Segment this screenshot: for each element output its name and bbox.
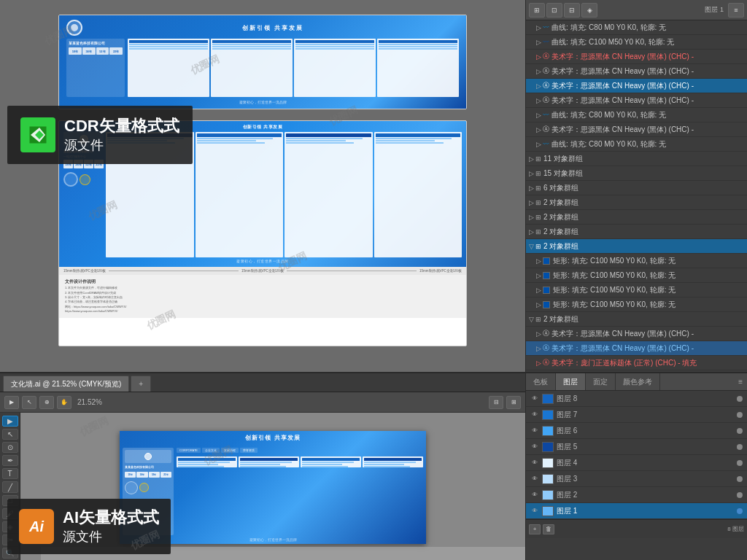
visibility-eye[interactable]: 👁	[530, 394, 539, 403]
layers-count: 8 图层	[727, 525, 744, 533]
ai-canvas: 文化墙.ai @ 21.52% (CMYK/预览) + ▶ ↖ ⊕ ✋ 21.5…	[0, 373, 525, 560]
layer-item[interactable]: ▷ 〰 曲线: 填充: C100 M50 Y0 K0, 轮廓: 无	[526, 35, 747, 50]
expand-icon: ▷	[536, 257, 541, 265]
layer-item[interactable]: ▷ Ⓐ 美术字：庞门正道标题体 (正常) (CHC) - 填充	[526, 356, 747, 370]
layer-indicator	[737, 428, 743, 434]
ai-tab-2[interactable]: +	[131, 376, 151, 392]
layer-item[interactable]: ▷ Ⓐ 美术字：思源黑体 CN Heavy (黑体) (CHC) -	[526, 50, 747, 64]
layer-item[interactable]: ▷ 矩形: 填充: C100 M50 Y0 K0, 轮廓: 无	[526, 254, 747, 268]
ai-tabbar: 文化墙.ai @ 21.52% (CMYK/预览) +	[0, 373, 525, 392]
ai-line-tool[interactable]: ╱	[2, 481, 18, 492]
layer-item[interactable]: ▷ 矩形: 填充: C100 M50 Y0 K0, 轮廓: 无	[526, 268, 747, 283]
layers-tool-4[interactable]: ◈	[581, 3, 597, 18]
expand-icon: ▷	[536, 272, 541, 279]
cdr-label: CDR矢量格式式 源文件	[64, 116, 179, 154]
ai-layers-list[interactable]: 👁 图层 8 👁 图层 7 👁 图层 6 👁	[526, 391, 747, 560]
expand-icon: ▷	[529, 214, 534, 221]
ai-tool-zoom[interactable]: ⊕	[39, 396, 54, 409]
layer-indicator	[737, 396, 743, 402]
ai-view-btn[interactable]: ⊟	[489, 396, 503, 409]
layer-indicator	[737, 508, 743, 514]
layer-item[interactable]: ▷ 〰 曲线: 填充: C39 M39 Y39 K39, 轮廓: 无	[526, 370, 747, 372]
layer-thumbnail	[542, 426, 554, 436]
design-preview-top: 创新引领 共享发展 某某蓝色科技有限公司 18年 34年 52年 22年	[58, 15, 467, 109]
expand-icon: ▷	[529, 228, 534, 236]
layer-item-selected[interactable]: ▷ Ⓐ 美术字：思源黑体 CN Heavy (黑体) (CHC) -	[526, 79, 747, 93]
ai-tab-color-guide[interactable]: 颜色参考	[616, 373, 660, 390]
layer-group-item[interactable]: ▽ ⊞ 2 对象群组	[526, 312, 747, 327]
expand-icon: ▷	[529, 155, 534, 163]
layer-item[interactable]: ▷ Ⓐ 美术字：思源黑体 CN Heavy (黑体) (CHC) -	[526, 327, 747, 341]
ai-layer-row[interactable]: 👁 图层 6	[526, 423, 747, 439]
color-swatch	[543, 272, 550, 279]
ai-tool-select[interactable]: ▶	[4, 396, 19, 409]
ai-tab-swatches[interactable]: 色板	[526, 373, 556, 390]
layer-group-item[interactable]: ▷ ⊞ 6 对象群组	[526, 181, 747, 195]
layers-tool-3[interactable]: ⊟	[564, 3, 580, 18]
layer-item[interactable]: ▷ Ⓐ 美术字：思源黑体 CN Heavy (黑体) (CHC) -	[526, 122, 747, 137]
visibility-eye[interactable]: 👁	[530, 427, 539, 435]
ai-layer-row[interactable]: 👁 图层 8	[526, 391, 747, 407]
layer-item[interactable]: ▷ 〰 曲线: 填充: C80 M0 Y0 K0, 轮廓: 无	[526, 20, 747, 35]
layer-thumbnail	[542, 490, 554, 500]
layer-item[interactable]: ▷ 〰 曲线: 填充: C80 M0 Y0 K0, 轮廓: 无	[526, 137, 747, 152]
group-icon: ⊞	[535, 199, 541, 206]
ai-text-tool[interactable]: T	[2, 468, 18, 479]
ai-arrange-btn[interactable]: ⊞	[506, 396, 521, 409]
visibility-eye[interactable]: 👁	[530, 443, 539, 451]
ai-layer-row[interactable]: 👁 图层 7	[526, 407, 747, 423]
panel-menu[interactable]: ≡	[728, 3, 744, 18]
visibility-eye[interactable]: 👁	[530, 411, 539, 419]
layers-tool-1[interactable]: ⊞	[529, 3, 545, 18]
ai-lasso-tool[interactable]: ⊙	[2, 442, 18, 453]
visibility-eye[interactable]: 👁	[530, 491, 539, 499]
ai-direct-select-tool[interactable]: ↖	[2, 429, 18, 440]
ai-section: 文化墙.ai @ 21.52% (CMYK/预览) + ▶ ↖ ⊕ ✋ 21.5…	[0, 373, 747, 560]
layer-group-selected[interactable]: ▽ ⊞ 2 对象群组	[526, 239, 747, 254]
ai-layer-row[interactable]: 👁 图层 3	[526, 471, 747, 487]
layers-list[interactable]: ▷ 〰 曲线: 填充: C80 M0 Y0 K0, 轮廓: 无 ▷ 〰 曲线: …	[526, 20, 747, 372]
layer-group-item[interactable]: ▷ ⊞ 2 对象群组	[526, 210, 747, 225]
visibility-eye[interactable]: 👁	[530, 507, 539, 516]
visibility-eye[interactable]: 👁	[530, 459, 539, 467]
cdr-canvas: 优圈网 优圈网 优圈网 优圈网 优圈网 优圈网 创新引领 共享发展 某某蓝色科技…	[0, 0, 525, 372]
ai-pen-tool[interactable]: ✒	[2, 455, 18, 466]
layer-group-item[interactable]: ▷ ⊞ 2 对象群组	[526, 225, 747, 239]
expand-icon: ▽	[529, 243, 534, 250]
ai-tool-hand[interactable]: ✋	[57, 396, 71, 409]
group-icon: ⊞	[535, 228, 541, 236]
layers-tool-2[interactable]: ⊡	[546, 3, 562, 18]
layer-thumbnail	[542, 442, 554, 452]
ai-layer-row[interactable]: 👁 图层 5	[526, 439, 747, 455]
layer-item[interactable]: ▷ 矩形: 填充: C100 M50 Y0 K0, 轮廓: 无	[526, 283, 747, 298]
layer-item-selected-alt[interactable]: ▷ Ⓐ 美术字：思源黑体 CN Heavy (黑体) (CHC) -	[526, 341, 747, 356]
ai-tab-layers[interactable]: 图层	[556, 373, 586, 390]
expand-icon: ▷	[536, 359, 541, 367]
expand-icon: ▷	[536, 330, 541, 338]
layer-indicator	[737, 460, 743, 466]
delete-layer-btn[interactable]: 🗑	[543, 524, 554, 534]
layer-item[interactable]: ▷ 〰 曲线: 填充: C80 M0 Y0 K0, 轮廓: 无	[526, 108, 747, 122]
layer-group-item[interactable]: ▷ ⊞ 11 对象群组	[526, 152, 747, 166]
ai-layer-row[interactable]: 👁 图层 4	[526, 455, 747, 471]
group-icon: ⊞	[535, 316, 541, 323]
layer-thumbnail	[542, 474, 554, 484]
ai-right-panel: 色板 图层 面定 颜色参考 ≡ 👁 图层 8 👁 图层 7	[525, 373, 747, 560]
ai-document-tab[interactable]: 文化墙.ai @ 21.52% (CMYK/预览)	[3, 376, 129, 392]
layer-group-item[interactable]: ▷ ⊞ 15 对象群组	[526, 166, 747, 181]
add-layer-btn[interactable]: +	[529, 524, 541, 534]
ai-layer-row-selected[interactable]: 👁 图层 1	[526, 503, 747, 519]
layer-item[interactable]: ▷ Ⓐ 美术字：思源黑体 CN Heavy (黑体) (CHC) -	[526, 93, 747, 108]
layer-item[interactable]: ▷ 矩形: 填充: C100 M50 Y0 K0, 轮廓: 无	[526, 298, 747, 312]
visibility-eye[interactable]: 👁	[530, 475, 539, 483]
ai-select-tool[interactable]: ▶	[2, 416, 18, 427]
ai-panel-menu[interactable]: ≡	[734, 378, 747, 386]
layer-indicator	[737, 492, 743, 498]
layer-group-item[interactable]: ▷ ⊞ 2 对象群组	[526, 195, 747, 210]
ai-tab-align[interactable]: 面定	[586, 373, 616, 390]
expand-icon: ▷	[536, 53, 541, 61]
layer-type-icon: 〰	[543, 24, 549, 31]
ai-layer-row[interactable]: 👁 图层 2	[526, 487, 747, 503]
ai-tool-arrow[interactable]: ↖	[22, 396, 36, 409]
layer-item[interactable]: ▷ Ⓐ 美术字：思源黑体 CN Heavy (黑体) (CHC) -	[526, 64, 747, 79]
